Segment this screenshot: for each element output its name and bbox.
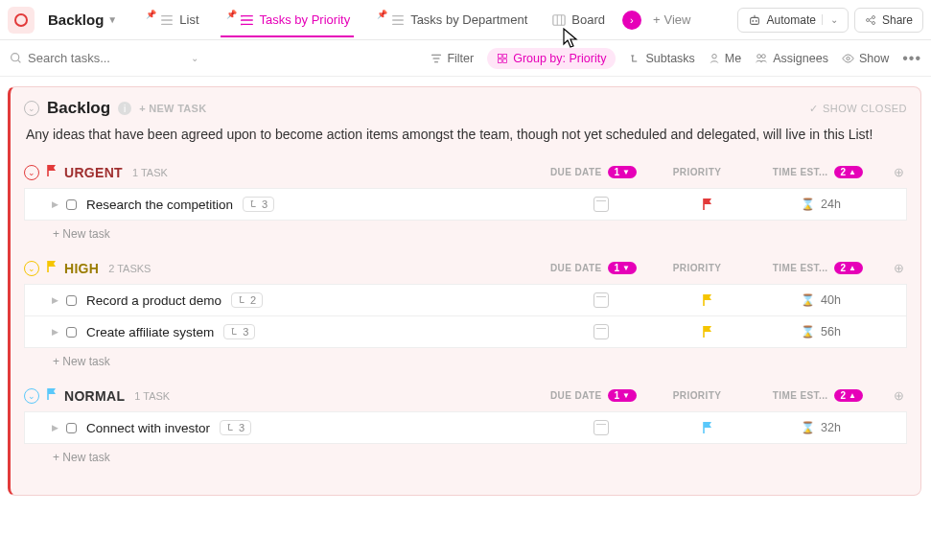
cell-priority[interactable]	[674, 421, 741, 434]
eye-icon	[842, 53, 854, 64]
col-priority-label[interactable]: PRIORITY	[673, 263, 721, 273]
col-time-badge[interactable]: 2 ▲	[834, 262, 863, 274]
col-time-label[interactable]: TIME EST...	[773, 167, 828, 177]
subtask-chip[interactable]: 3	[223, 324, 255, 339]
new-task-header-button[interactable]: + NEW TASK	[139, 103, 206, 114]
task-row[interactable]: ▶ Research the competition 3 ⌛24h	[24, 188, 907, 221]
subtask-icon	[238, 295, 247, 305]
show-closed-button[interactable]: ✓ SHOW CLOSED	[809, 103, 907, 115]
views-next-button[interactable]: ›	[622, 11, 641, 30]
svg-point-2	[241, 23, 243, 25]
cell-time[interactable]: ⌛40h	[768, 293, 873, 307]
add-column-button[interactable]: ⊕	[890, 388, 907, 403]
subtask-chip[interactable]: 3	[220, 420, 251, 435]
add-view-button[interactable]: + View	[643, 7, 701, 33]
backlog-panel: ⌄ Backlog i + NEW TASK ✓ SHOW CLOSED Any…	[8, 86, 921, 496]
chevron-down-icon[interactable]: ⌄	[822, 14, 838, 25]
workspace-logo[interactable]	[8, 7, 35, 34]
status-checkbox[interactable]	[66, 423, 77, 433]
status-checkbox[interactable]	[66, 199, 77, 210]
col-time-label[interactable]: TIME EST...	[773, 263, 828, 273]
col-priority-label[interactable]: PRIORITY	[673, 390, 721, 401]
expand-icon[interactable]: ▶	[52, 295, 58, 305]
expand-icon[interactable]: ▶	[52, 423, 58, 432]
group-icon	[497, 53, 508, 64]
subtask-chip[interactable]: 3	[243, 197, 274, 212]
status-checkbox[interactable]	[66, 295, 77, 306]
automate-button[interactable]: Automate ⌄	[737, 8, 849, 33]
col-priority-label[interactable]: PRIORITY	[673, 167, 721, 177]
filter-icon	[431, 53, 442, 64]
cell-time[interactable]: ⌛24h	[768, 198, 873, 211]
filter-button[interactable]: Filter	[431, 52, 474, 65]
info-icon[interactable]: i	[118, 102, 131, 115]
calendar-icon	[594, 292, 609, 308]
view-tab-tasks-by-priority[interactable]: 📌 Tasks by Priority	[213, 3, 362, 36]
expand-icon[interactable]: ▶	[52, 199, 58, 209]
new-task-button[interactable]: + New task	[24, 347, 907, 368]
group-collapse-toggle[interactable]: ⌄	[24, 165, 39, 180]
search-input[interactable]	[28, 51, 181, 65]
people-icon	[755, 53, 768, 64]
group-by-button[interactable]: Group by: Priority	[487, 48, 616, 69]
view-tab-list[interactable]: 📌 List	[132, 3, 210, 36]
board-icon	[552, 13, 566, 27]
panel-title: Backlog	[47, 99, 110, 118]
col-due-label[interactable]: DUE DATE	[550, 167, 602, 177]
status-checkbox[interactable]	[66, 327, 77, 338]
view-tab-board[interactable]: Board	[541, 3, 617, 36]
group-name[interactable]: HIGH	[64, 261, 99, 276]
task-row[interactable]: ▶ Connect with investor 3 ⌛32h	[24, 411, 907, 444]
subtask-icon	[249, 199, 259, 209]
chevron-down-icon[interactable]: ⌄	[191, 53, 198, 63]
share-button[interactable]: Share	[854, 8, 923, 33]
list-title-button[interactable]: Backlog ▼	[40, 8, 125, 32]
cell-time[interactable]: ⌛32h	[768, 421, 873, 434]
new-task-button[interactable]: + New task	[24, 220, 907, 241]
col-due-label[interactable]: DUE DATE	[550, 263, 602, 273]
search-wrap[interactable]: ⌄	[10, 51, 211, 65]
chevron-down-icon: ▼	[107, 14, 117, 25]
cell-priority[interactable]	[674, 198, 741, 211]
task-row[interactable]: ▶ Record a product demo 2 ⌛40h	[24, 284, 907, 316]
cell-due[interactable]	[555, 197, 647, 212]
flag-icon	[45, 164, 58, 180]
task-name[interactable]: Connect with investor	[86, 421, 210, 435]
subtask-chip[interactable]: 2	[231, 292, 263, 308]
task-name[interactable]: Record a product demo	[86, 293, 221, 308]
col-due-badge[interactable]: 1 ▼	[608, 389, 637, 402]
assignees-button[interactable]: Assignees	[755, 52, 828, 65]
group-name[interactable]: NORMAL	[64, 388, 125, 404]
expand-icon[interactable]: ▶	[52, 327, 58, 337]
subtasks-button[interactable]: Subtasks	[629, 52, 694, 65]
cell-due[interactable]	[555, 420, 647, 435]
task-name[interactable]: Create affiliate system	[86, 325, 214, 339]
group-collapse-toggle[interactable]: ⌄	[24, 388, 39, 404]
col-due-label[interactable]: DUE DATE	[550, 390, 602, 401]
show-button[interactable]: Show	[842, 52, 889, 65]
col-time-badge[interactable]: 2 ▲	[834, 166, 863, 178]
add-column-button[interactable]: ⊕	[890, 165, 907, 179]
new-task-button[interactable]: + New task	[24, 443, 907, 464]
cell-priority[interactable]	[674, 293, 741, 307]
me-button[interactable]: Me	[709, 52, 741, 65]
cell-priority[interactable]	[674, 325, 741, 338]
collapse-toggle[interactable]: ⌄	[24, 101, 39, 116]
add-column-button[interactable]: ⊕	[890, 261, 907, 275]
col-time-label[interactable]: TIME EST...	[773, 390, 828, 401]
view-tab-tasks-by-department[interactable]: 📌 Tasks by Department	[363, 3, 539, 36]
col-due-badge[interactable]: 1 ▼	[608, 166, 637, 178]
task-name[interactable]: Research the competition	[86, 198, 233, 212]
cell-due[interactable]	[555, 324, 647, 339]
col-due-badge[interactable]: 1 ▼	[608, 262, 637, 274]
col-time-badge[interactable]: 2 ▲	[834, 389, 863, 402]
task-row[interactable]: ▶ Create affiliate system 3 ⌛56h	[24, 315, 907, 348]
group-collapse-toggle[interactable]: ⌄	[24, 261, 39, 276]
cell-due[interactable]	[555, 292, 647, 308]
person-icon	[709, 53, 720, 64]
cell-time[interactable]: ⌛56h	[768, 325, 873, 338]
topbar: Backlog ▼ 📌 List 📌 Tasks by Priority 📌 T…	[0, 0, 931, 40]
more-button[interactable]: •••	[902, 50, 921, 67]
group-header: ⌄ NORMAL 1 TASK DUE DATE1 ▼ PRIORITY TIM…	[24, 385, 907, 411]
group-name[interactable]: URGENT	[64, 165, 123, 180]
